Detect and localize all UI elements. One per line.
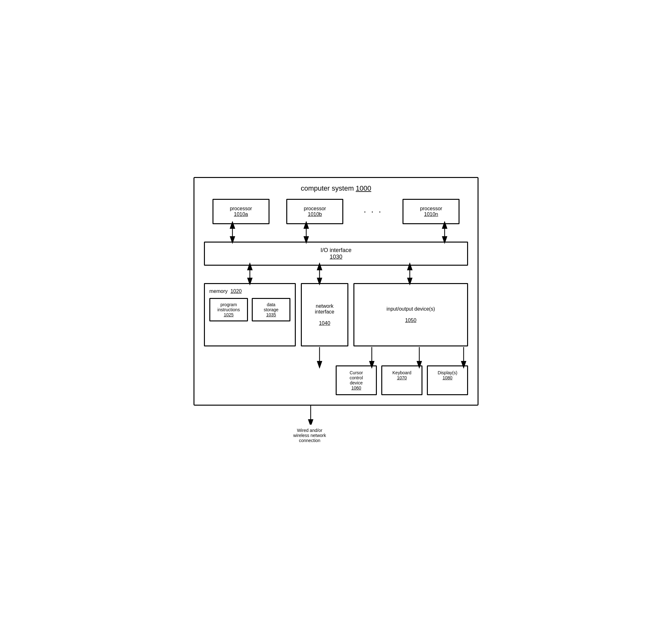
processors-row: processor 1010a processor 1010b · · · pr… [204, 199, 468, 224]
memory-label: memory [209, 289, 228, 294]
io-devices-label: input/output device(s) [387, 306, 435, 312]
cursor-control-id: 1060 [351, 385, 361, 391]
processor-1010n-box: processor 1010n [403, 199, 460, 224]
mid-row: memory 1020 programinstructions1025 data… [204, 283, 468, 347]
network-interface-id: 1040 [319, 320, 330, 326]
peripherals-row: Cursorcontroldevice1060 Keyboard 1070 Di… [299, 365, 468, 395]
io-devices-id: 1050 [405, 318, 416, 323]
arrows-io-to-mid [204, 266, 468, 283]
wired-connection-area: Wired and/orwireless networkconnection [194, 406, 478, 443]
io-interface-id: 1030 [330, 254, 342, 260]
keyboard-box: Keyboard 1070 [381, 365, 422, 395]
memory-box: memory 1020 programinstructions1025 data… [204, 283, 296, 347]
computer-system-id: 1000 [356, 184, 371, 192]
io-devices-box: input/output device(s) 1050 [353, 283, 468, 347]
processor-1010a-label: processor [230, 206, 252, 211]
io-interface-box: I/O interface 1030 [204, 242, 468, 266]
wired-connection-section [204, 365, 299, 369]
keyboard-label: Keyboard [393, 370, 411, 375]
memory-id: 1020 [230, 289, 242, 294]
displays-label: Display(s) [437, 370, 457, 375]
processor-1010a-id: 1010a [234, 211, 248, 217]
keyboard-id: 1070 [397, 375, 407, 380]
data-storage-box: datastorage1035 [252, 298, 291, 321]
arrows-proc-io-svg [204, 224, 468, 242]
io-interface-label: I/O interface [320, 247, 352, 253]
diagram-wrapper: computer system 1000 processor 1010a pro… [194, 177, 478, 443]
memory-title: memory 1020 [209, 289, 291, 294]
arrows-io-mid-svg [204, 266, 468, 283]
network-interface-label: networkinterface [315, 303, 334, 315]
arrows-mid-to-bottom [204, 347, 468, 365]
program-instructions-id: 1025 [223, 312, 234, 317]
processor-1010b-label: processor [304, 206, 326, 211]
processor-1010n-label: processor [420, 206, 442, 211]
wired-connection-label: Wired and/orwireless networkconnection [293, 428, 326, 443]
processor-1010n-id: 1010n [424, 211, 438, 217]
processor-1010a-box: processor 1010a [212, 199, 269, 224]
displays-box: Display(s) 1080 [427, 365, 468, 395]
processor-1010b-box: processor 1010b [286, 199, 343, 224]
wired-arrow-svg [306, 406, 315, 425]
computer-system-box: computer system 1000 processor 1010a pro… [194, 177, 478, 406]
processor-1010b-id: 1010b [308, 211, 322, 217]
arrows-proc-to-io [204, 224, 468, 242]
data-storage-id: 1035 [266, 312, 276, 317]
displays-id: 1080 [443, 375, 452, 380]
memory-inner-row: programinstructions1025 datastorage1035 [209, 298, 291, 321]
arrows-mid-bottom-svg [204, 347, 468, 365]
network-interface-box: networkinterface 1040 [301, 283, 348, 347]
diagram-title: computer system 1000 [204, 184, 468, 193]
dots-label: · · · [360, 206, 386, 217]
bottom-row: Cursorcontroldevice1060 Keyboard 1070 Di… [204, 365, 468, 395]
program-instructions-box: programinstructions1025 [209, 298, 248, 321]
cursor-control-box: Cursorcontroldevice1060 [336, 365, 377, 395]
